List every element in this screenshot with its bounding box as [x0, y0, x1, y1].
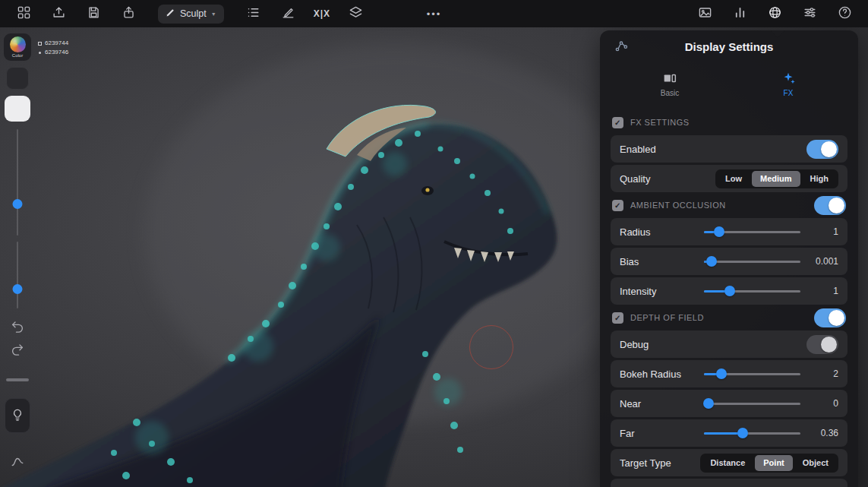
- depth-of-field-checkbox[interactable]: [612, 312, 623, 324]
- brush-preview-button[interactable]: [5, 96, 30, 122]
- slider-thumb[interactable]: [724, 286, 735, 296]
- slider-thumb[interactable]: [714, 226, 724, 237]
- depth-of-field-header: DEPTH OF FIELD: [612, 308, 846, 327]
- display-settings-icon: [614, 38, 629, 56]
- save-button[interactable]: [81, 2, 106, 25]
- slider-track: [704, 261, 800, 263]
- far-slider[interactable]: [704, 425, 800, 441]
- topbar-right-group: [687, 2, 862, 25]
- curve-button[interactable]: [5, 453, 30, 473]
- tab-fx[interactable]: FX: [729, 62, 847, 105]
- debug-toggle[interactable]: [806, 335, 838, 354]
- near-row: Near 0: [611, 390, 847, 417]
- background-image-button[interactable]: [693, 2, 717, 25]
- target-object-segment[interactable]: Object: [794, 455, 837, 471]
- quality-row: Quality Low Medium High: [611, 165, 847, 192]
- undo-button[interactable]: [5, 318, 30, 337]
- grid-icon: [17, 5, 31, 22]
- redo-icon: [11, 343, 24, 359]
- basic-tab-icon: [661, 70, 678, 87]
- mesh-stats: 6239744 6239746: [38, 39, 68, 57]
- panel-header: Display Settings: [611, 30, 847, 62]
- enabled-row: Enabled: [611, 135, 847, 163]
- slider-thumb[interactable]: [703, 398, 714, 409]
- environment-button[interactable]: [762, 2, 787, 25]
- help-button[interactable]: [832, 2, 857, 25]
- quality-high-segment[interactable]: High: [802, 171, 837, 187]
- brush-size-slider[interactable]: [0, 129, 35, 236]
- brush-size-track: [17, 129, 18, 236]
- more-label: •••: [427, 8, 442, 20]
- toolbar-divider[interactable]: [6, 378, 29, 381]
- brush-intensity-track: [17, 242, 18, 308]
- ambient-occlusion-toggle[interactable]: [814, 196, 846, 215]
- quality-medium-segment[interactable]: Medium: [752, 171, 800, 187]
- pen-icon: [166, 8, 175, 20]
- enabled-toggle[interactable]: [806, 140, 838, 159]
- settings-button[interactable]: [797, 2, 822, 25]
- stats-icon: [733, 5, 747, 22]
- slider-track: [704, 403, 800, 405]
- intensity-value: 1: [805, 286, 838, 296]
- color-tool-label: Color: [12, 53, 23, 58]
- sliders-icon: [803, 5, 817, 22]
- bias-row: Bias 0.001: [611, 248, 847, 275]
- bokeh-radius-row: Bokeh Radius 2: [611, 360, 847, 387]
- tool-mode-dropdown[interactable]: Sculpt ▼: [158, 5, 224, 24]
- chevron-down-icon: ▼: [211, 11, 216, 17]
- bias-slider[interactable]: [704, 254, 800, 269]
- toggle-knob: [821, 337, 837, 353]
- fx-settings-header: FX SETTINGS: [612, 112, 846, 132]
- far-row: Far 0.36: [611, 419, 847, 447]
- slider-thumb[interactable]: [706, 256, 717, 267]
- fx-settings-label: FX SETTINGS: [630, 118, 690, 127]
- redo-button[interactable]: [5, 340, 30, 360]
- share-button[interactable]: [116, 2, 140, 25]
- material-preview-button[interactable]: [6, 67, 29, 90]
- topology-list-button[interactable]: [241, 2, 266, 25]
- depth-of-field-toggle[interactable]: [814, 308, 846, 327]
- color-tool-button[interactable]: Color: [4, 33, 31, 61]
- projects-button[interactable]: [11, 2, 36, 25]
- fx-settings-checkbox[interactable]: [612, 117, 623, 128]
- intensity-slider[interactable]: [704, 283, 800, 299]
- more-button[interactable]: •••: [427, 8, 442, 20]
- layers-icon: [349, 5, 363, 22]
- brush-intensity-thumb[interactable]: [13, 284, 23, 294]
- help-icon: [838, 5, 852, 22]
- slider-thumb[interactable]: [737, 428, 748, 438]
- stats-button[interactable]: [728, 2, 752, 25]
- export-button[interactable]: [46, 2, 71, 25]
- slider-thumb[interactable]: [716, 368, 727, 379]
- intensity-row: Intensity 1: [611, 277, 847, 305]
- debug-row: Debug: [611, 330, 847, 358]
- toggle-knob: [821, 141, 837, 157]
- bokeh-radius-slider[interactable]: [704, 366, 800, 381]
- stroke-button[interactable]: [276, 2, 301, 25]
- brush-intensity-slider[interactable]: [0, 242, 35, 308]
- panel-title: Display Settings: [685, 40, 774, 53]
- target-point-segment[interactable]: Point: [755, 455, 793, 471]
- brush-size-thumb[interactable]: [13, 199, 23, 209]
- tool-mode-label: Sculpt: [180, 8, 207, 19]
- image-icon: [698, 5, 712, 22]
- tab-basic[interactable]: Basic: [611, 62, 729, 105]
- display-settings-panel: Display Settings Basic FX FX SETTINGS En…: [600, 30, 858, 487]
- symmetry-button[interactable]: X|X: [314, 8, 330, 19]
- ambient-occlusion-checkbox[interactable]: [612, 200, 623, 211]
- target-distance-segment[interactable]: Distance: [702, 455, 753, 471]
- near-slider[interactable]: [704, 396, 800, 411]
- color-sphere-icon: [10, 36, 26, 52]
- face-count: 6239746: [38, 48, 68, 57]
- toggle-knob: [829, 198, 844, 213]
- layers-button[interactable]: [343, 2, 368, 25]
- vertex-count-icon: [38, 42, 42, 46]
- target-type-segmented-control: Distance Point Object: [700, 454, 838, 473]
- face-count-icon: [39, 52, 41, 54]
- near-value: 0: [805, 398, 838, 409]
- lightbulb-icon: [11, 408, 24, 424]
- radius-slider[interactable]: [704, 224, 800, 239]
- coordinates-row: Coordinates: [611, 479, 847, 487]
- lighting-button[interactable]: [5, 398, 30, 433]
- quality-low-segment[interactable]: Low: [717, 171, 750, 187]
